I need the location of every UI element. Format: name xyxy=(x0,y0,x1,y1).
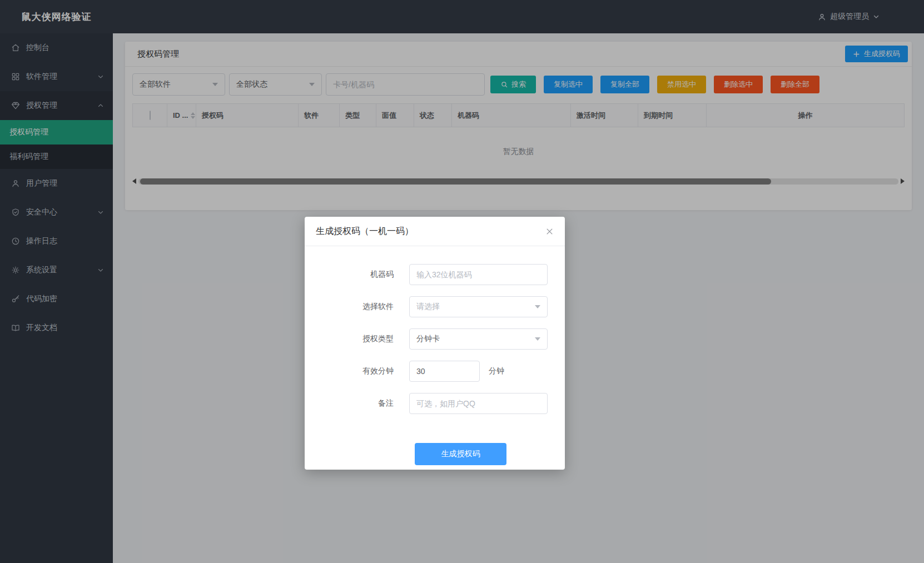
modal-generate-button[interactable]: 生成授权码 xyxy=(415,443,506,465)
machine-code-label: 机器码 xyxy=(305,270,394,280)
remark-label: 备注 xyxy=(305,398,394,408)
software-select-label: 选择软件 xyxy=(305,302,394,312)
software-select[interactable]: 请选择 xyxy=(409,296,548,317)
valid-minutes-label: 有效分钟 xyxy=(305,366,394,376)
close-icon[interactable] xyxy=(545,227,554,236)
auth-type-value: 分钟卡 xyxy=(416,334,440,344)
chevron-down-icon xyxy=(535,337,540,341)
software-select-row: 选择软件 请选择 xyxy=(305,296,565,317)
machine-code-row: 机器码 xyxy=(305,264,565,285)
remark-row: 备注 xyxy=(305,393,565,414)
auth-type-label: 授权类型 xyxy=(305,334,394,344)
modal-title: 生成授权码（一机一码） xyxy=(316,226,414,237)
generate-authcode-modal: 生成授权码（一机一码） 机器码 选择软件 请选择 授权类型 分钟卡 有效分钟 xyxy=(305,217,565,470)
minutes-suffix: 分钟 xyxy=(489,366,504,376)
auth-type-select[interactable]: 分钟卡 xyxy=(409,328,548,350)
valid-minutes-row: 有效分钟 分钟 xyxy=(305,361,565,382)
remark-input[interactable] xyxy=(409,393,548,414)
software-select-placeholder: 请选择 xyxy=(416,302,440,312)
modal-generate-label: 生成授权码 xyxy=(441,449,480,459)
auth-type-row: 授权类型 分钟卡 xyxy=(305,328,565,350)
modal-body: 机器码 选择软件 请选择 授权类型 分钟卡 有效分钟 分钟 备注 xyxy=(305,246,565,465)
valid-minutes-input[interactable] xyxy=(409,361,480,382)
chevron-down-icon xyxy=(535,305,540,308)
machine-code-input[interactable] xyxy=(409,264,548,285)
modal-header: 生成授权码（一机一码） xyxy=(305,217,565,246)
